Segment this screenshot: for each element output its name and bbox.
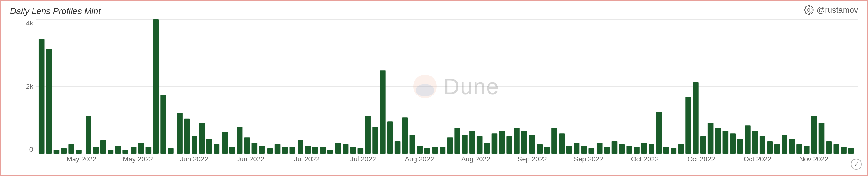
svg-rect-8 — [75, 150, 82, 154]
chart-title: Daily Lens Profiles Mint — [10, 6, 101, 16]
svg-rect-82 — [633, 147, 640, 154]
x-axis-label: Sep 2022 — [574, 155, 603, 163]
svg-rect-54 — [424, 148, 430, 154]
svg-rect-39 — [312, 147, 318, 154]
svg-rect-86 — [663, 147, 669, 154]
svg-rect-83 — [641, 143, 647, 154]
svg-rect-79 — [612, 142, 618, 154]
svg-rect-29 — [237, 127, 243, 154]
svg-rect-50 — [395, 142, 401, 154]
x-axis-label: Aug 2022 — [461, 155, 490, 163]
svg-rect-3 — [39, 40, 44, 154]
svg-rect-26 — [214, 144, 220, 154]
settings-area: @rustamov — [804, 5, 858, 15]
settings-icon[interactable] — [804, 5, 814, 15]
svg-rect-96 — [737, 139, 743, 154]
svg-rect-84 — [649, 144, 654, 154]
x-axis-label: Jul 2022 — [294, 155, 320, 163]
svg-rect-21 — [177, 113, 183, 154]
svg-rect-49 — [387, 121, 393, 154]
svg-rect-77 — [597, 143, 602, 154]
x-axis-label: Jun 2022 — [180, 155, 208, 163]
svg-rect-52 — [409, 135, 415, 154]
y-label-4k: 4k — [19, 19, 36, 27]
x-axis-label: Jul 2022 — [350, 155, 376, 163]
svg-rect-85 — [656, 112, 662, 154]
chart-area: 4k 2k 0 Dune May 2022May 2022Jun 2022Jun… — [19, 19, 858, 154]
svg-rect-70 — [544, 147, 550, 154]
svg-rect-103 — [789, 139, 795, 154]
svg-rect-80 — [619, 144, 625, 154]
svg-rect-105 — [804, 146, 810, 154]
svg-rect-45 — [358, 148, 364, 154]
svg-rect-102 — [781, 135, 787, 154]
svg-rect-55 — [432, 147, 438, 154]
svg-rect-64 — [499, 131, 505, 154]
svg-rect-12 — [108, 150, 114, 154]
x-axis-label: Aug 2022 — [405, 155, 434, 163]
svg-rect-111 — [848, 148, 854, 154]
svg-rect-25 — [207, 139, 212, 154]
svg-rect-7 — [68, 144, 74, 154]
svg-rect-37 — [298, 140, 304, 154]
x-axis-label: Oct 2022 — [631, 155, 658, 163]
y-label-2k: 2k — [19, 82, 36, 91]
svg-rect-90 — [693, 82, 699, 154]
grid-area: Dune May 2022May 2022Jun 2022Jun 2022Jul… — [36, 19, 858, 154]
svg-rect-22 — [184, 119, 190, 154]
svg-rect-13 — [115, 146, 121, 154]
svg-rect-76 — [588, 148, 594, 154]
svg-rect-14 — [122, 150, 128, 154]
svg-rect-91 — [700, 136, 706, 154]
svg-rect-73 — [566, 146, 572, 154]
svg-rect-92 — [708, 123, 714, 154]
svg-rect-97 — [745, 125, 750, 154]
svg-rect-101 — [774, 144, 780, 154]
svg-rect-74 — [574, 143, 580, 154]
svg-rect-66 — [514, 128, 520, 154]
svg-rect-100 — [767, 142, 773, 154]
svg-rect-78 — [604, 147, 610, 154]
svg-rect-11 — [100, 140, 106, 154]
svg-rect-99 — [760, 136, 765, 154]
svg-rect-42 — [335, 143, 341, 154]
svg-rect-5 — [54, 150, 60, 154]
svg-rect-31 — [252, 143, 258, 154]
svg-rect-43 — [343, 144, 349, 154]
svg-rect-59 — [462, 135, 468, 154]
svg-rect-53 — [416, 146, 423, 154]
x-axis-label: May 2022 — [67, 155, 97, 163]
y-label-0: 0 — [19, 146, 36, 154]
svg-rect-104 — [796, 144, 802, 154]
svg-rect-48 — [380, 70, 385, 154]
x-axis: May 2022May 2022Jun 2022Jun 2022Jul 2022… — [53, 155, 858, 171]
svg-rect-16 — [138, 143, 144, 154]
svg-rect-58 — [455, 128, 460, 154]
svg-rect-47 — [372, 127, 378, 154]
x-axis-label: May 2022 — [123, 155, 153, 163]
svg-rect-67 — [521, 131, 527, 154]
x-axis-label: Nov 2022 — [799, 155, 828, 163]
username: @rustamov — [817, 5, 858, 15]
svg-point-0 — [808, 9, 810, 11]
svg-rect-9 — [86, 116, 91, 154]
svg-rect-46 — [365, 116, 371, 154]
bars-chart — [36, 19, 858, 154]
svg-rect-68 — [529, 135, 535, 154]
svg-rect-18 — [153, 19, 159, 154]
y-axis-labels: 4k 2k 0 — [19, 19, 36, 154]
svg-rect-72 — [559, 133, 565, 154]
x-axis-label: Jun 2022 — [237, 155, 265, 163]
svg-rect-10 — [93, 147, 99, 154]
svg-rect-109 — [833, 144, 839, 154]
x-axis-label: Sep 2022 — [518, 155, 547, 163]
svg-rect-98 — [752, 131, 758, 154]
svg-rect-35 — [282, 147, 288, 154]
svg-rect-71 — [552, 128, 557, 154]
svg-rect-41 — [327, 150, 333, 154]
svg-rect-107 — [819, 123, 825, 154]
svg-rect-36 — [289, 147, 296, 154]
svg-rect-110 — [841, 147, 847, 154]
svg-rect-62 — [484, 143, 490, 154]
svg-rect-27 — [222, 132, 228, 154]
